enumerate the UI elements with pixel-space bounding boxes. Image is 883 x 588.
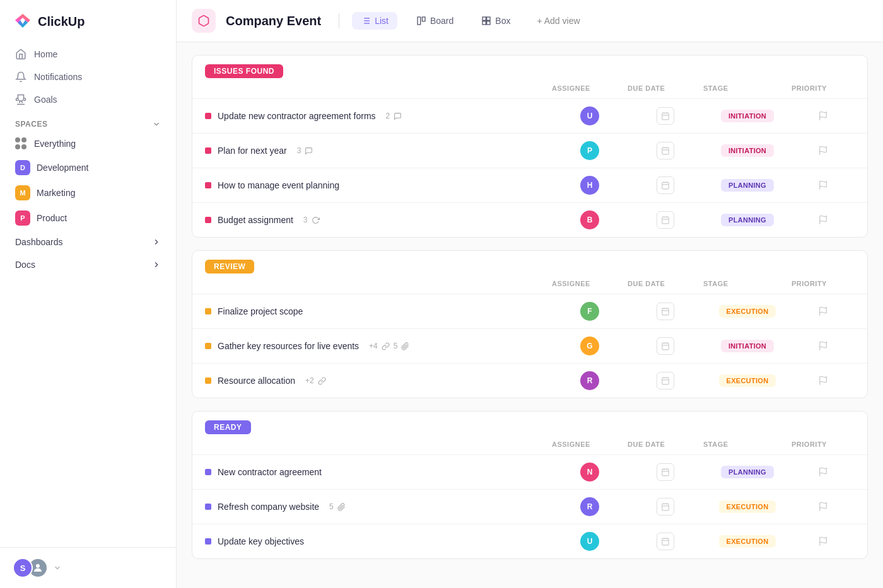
- svg-rect-50: [662, 469, 669, 476]
- header-divider: [339, 13, 339, 28]
- calendar-icon[interactable]: [657, 142, 674, 159]
- box-tab-label: Box: [495, 16, 510, 26]
- table-row[interactable]: Budget assignment 3 B PLANNING: [192, 202, 867, 237]
- table-row[interactable]: Update key objectives U EXECUTION: [192, 524, 867, 558]
- svg-marker-1: [18, 20, 28, 28]
- task-name: Gather key resources for live events: [218, 341, 359, 351]
- tab-box[interactable]: Box: [472, 12, 519, 30]
- section-ready: READY ASSIGNEE DUE DATE STAGE PRIORITY N…: [192, 411, 868, 559]
- product-icon: P: [15, 210, 30, 226]
- calendar-icon[interactable]: [657, 176, 674, 194]
- board-icon: [416, 16, 426, 26]
- table-row[interactable]: Refresh company website 5 R EXECUTION: [192, 489, 867, 524]
- col-stage: STAGE: [703, 84, 792, 92]
- tab-list[interactable]: List: [352, 12, 397, 30]
- avatar-stack: S: [13, 558, 48, 578]
- task-dot: [205, 308, 211, 314]
- clickup-logo-icon: [13, 11, 33, 32]
- avatar: R: [580, 497, 599, 516]
- logo: ClickUp: [0, 0, 176, 43]
- table-row[interactable]: Finalize project scope F EXECUTION: [192, 294, 867, 328]
- sidebar-item-everything[interactable]: Everything: [8, 132, 168, 155]
- chevron-down-icon[interactable]: [152, 120, 161, 129]
- everything-icon: [15, 137, 28, 150]
- link-icon: [382, 342, 390, 350]
- avatar: U: [580, 107, 599, 125]
- calendar-icon[interactable]: [657, 211, 674, 229]
- chevron-down-icon-user[interactable]: [53, 563, 62, 572]
- list-icon: [361, 16, 371, 26]
- col-due-date: DUE DATE: [628, 441, 703, 448]
- col-assignee: ASSIGNEE: [552, 84, 628, 92]
- sidebar-item-dashboards[interactable]: Dashboards: [0, 231, 176, 253]
- sidebar-item-docs[interactable]: Docs: [0, 253, 176, 276]
- status-badge: EXECUTION: [719, 305, 776, 318]
- calendar-icon[interactable]: [657, 107, 674, 125]
- col-priority: PRIORITY: [792, 84, 855, 92]
- avatar: P: [580, 141, 599, 160]
- svg-rect-20: [662, 147, 669, 154]
- marketing-icon: M: [15, 185, 30, 200]
- task-dot: [205, 378, 211, 384]
- sidebar-item-product[interactable]: P Product: [8, 205, 168, 231]
- table-row[interactable]: Update new contractor agreement forms 2 …: [192, 98, 867, 133]
- col-priority: PRIORITY: [792, 441, 855, 448]
- link-icon: [318, 377, 326, 385]
- sidebar: ClickUp Home Notifications Goals Spaces …: [0, 0, 177, 588]
- calendar-icon[interactable]: [657, 498, 674, 516]
- table-row[interactable]: Resource allocation +2 R EXECUTION: [192, 363, 867, 398]
- status-badge: EXECUTION: [719, 500, 776, 513]
- avatar: R: [580, 371, 599, 390]
- flag-icon: [818, 146, 828, 156]
- svg-rect-55: [662, 504, 669, 510]
- sidebar-item-development[interactable]: D Development: [8, 155, 168, 180]
- table-row[interactable]: Plan for next year 3 P INITIATION: [192, 133, 867, 168]
- col-stage: STAGE: [703, 441, 792, 448]
- task-dot: [205, 343, 211, 349]
- home-label: Home: [34, 49, 57, 59]
- sidebar-item-marketing[interactable]: M Marketing: [8, 180, 168, 205]
- svg-rect-9: [418, 17, 421, 25]
- status-badge: INITIATION: [721, 340, 774, 352]
- flag-icon: [818, 180, 828, 190]
- task-dot: [205, 147, 211, 154]
- col-due-date: DUE DATE: [628, 280, 703, 287]
- sidebar-nav: Home Notifications Goals: [0, 43, 176, 111]
- table-row[interactable]: How to manage event planning H PLANNING: [192, 168, 867, 202]
- task-name: Finalize project scope: [218, 306, 303, 316]
- main-content: Company Event List Board Box + Add view …: [177, 0, 883, 588]
- calendar-icon[interactable]: [657, 303, 674, 320]
- bell-icon: [15, 71, 26, 83]
- add-view-button[interactable]: + Add view: [529, 12, 587, 30]
- table-row[interactable]: New contractor agreement N PLANNING: [192, 454, 867, 489]
- svg-rect-13: [482, 21, 486, 25]
- task-name: Update key objectives: [218, 536, 304, 546]
- task-name: Plan for next year: [218, 146, 287, 156]
- calendar-icon[interactable]: [657, 463, 674, 481]
- column-headers-review: ASSIGNEE DUE DATE STAGE PRIORITY: [192, 274, 867, 294]
- task-name: Update new contractor agreement forms: [218, 111, 376, 121]
- col-assignee: ASSIGNEE: [552, 441, 628, 448]
- status-badge: INITIATION: [721, 110, 774, 122]
- table-row[interactable]: Gather key resources for live events +4 …: [192, 328, 867, 363]
- sidebar-item-notifications[interactable]: Notifications: [8, 66, 168, 88]
- sidebar-item-home[interactable]: Home: [8, 43, 168, 66]
- status-badge: PLANNING: [721, 214, 774, 226]
- calendar-icon[interactable]: [657, 533, 674, 550]
- calendar-icon[interactable]: [657, 372, 674, 389]
- svg-rect-45: [662, 378, 669, 384]
- calendar-icon[interactable]: [657, 337, 674, 355]
- avatar: G: [580, 337, 599, 355]
- svg-marker-0: [15, 14, 30, 23]
- trophy-icon: [15, 94, 26, 105]
- sidebar-bottom: S: [0, 547, 176, 588]
- main-header: Company Event List Board Box + Add view: [177, 0, 883, 42]
- svg-rect-35: [662, 308, 669, 315]
- chevron-right-icon: [152, 238, 161, 246]
- user-icon: [32, 562, 44, 574]
- flag-icon: [818, 502, 828, 512]
- column-headers-issues: ASSIGNEE DUE DATE STAGE PRIORITY: [192, 78, 867, 98]
- tab-board[interactable]: Board: [407, 12, 462, 30]
- flag-icon: [818, 111, 828, 121]
- sidebar-item-goals[interactable]: Goals: [8, 88, 168, 111]
